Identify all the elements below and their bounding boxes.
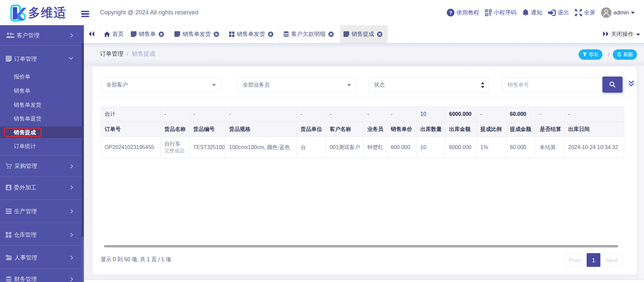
svg-text:?: ? (449, 10, 452, 15)
